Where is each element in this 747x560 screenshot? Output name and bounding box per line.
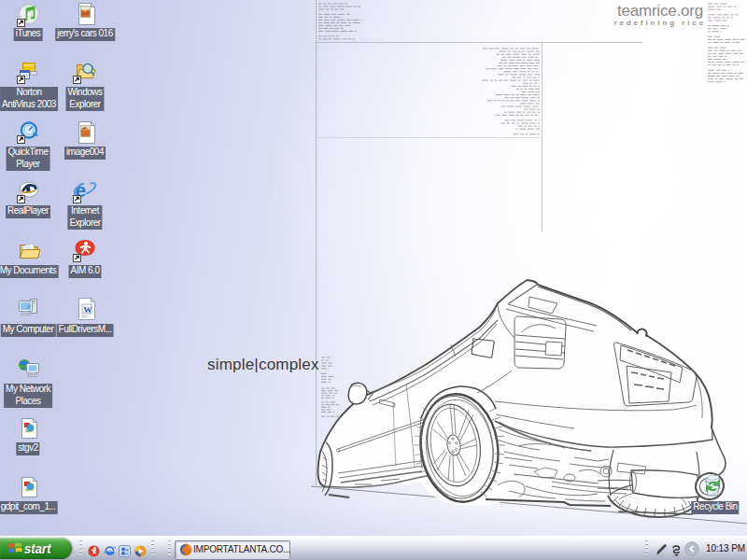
svg-text:W: W [84, 305, 92, 315]
